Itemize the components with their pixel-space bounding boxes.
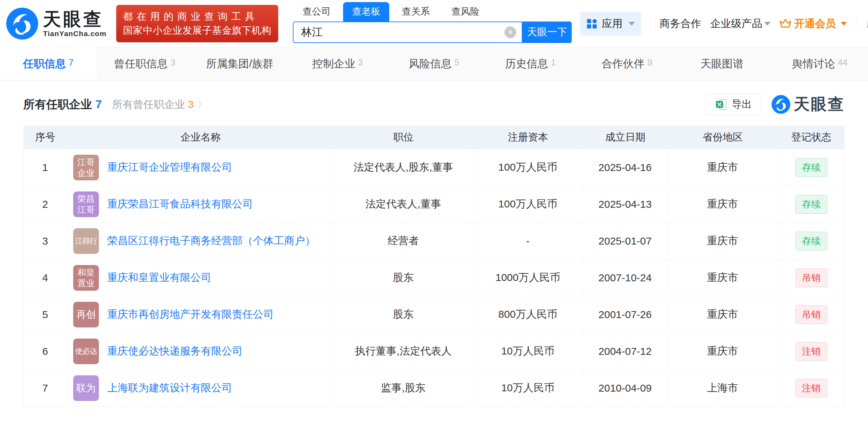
clear-search-icon[interactable]: ✕: [504, 26, 516, 38]
capital-cell: 100万人民币: [473, 186, 583, 222]
profile-tab[interactable]: 历史信息 1: [482, 48, 579, 80]
tianyancha-logo-icon: [6, 8, 38, 40]
table-row: 1 江哥企业 重庆江哥企业管理有限公司 法定代表人,股东,董事 100万人民币 …: [24, 149, 844, 186]
profile-tab-label: 曾任职信息: [114, 57, 168, 71]
profile-tab[interactable]: 曾任职信息 3: [96, 48, 193, 80]
column-header: 成立日期: [583, 126, 667, 149]
capital-cell: 1000万人民币: [473, 259, 583, 296]
company-cell: 使必达 重庆使必达快递服务有限公司: [67, 333, 334, 369]
company-link[interactable]: 重庆和皇置业有限公司: [107, 271, 211, 285]
profile-tab-label: 合作伙伴: [602, 57, 645, 71]
company-link[interactable]: 重庆使必达快递服务有限公司: [107, 344, 242, 358]
status-cell: 注销: [778, 333, 844, 369]
profile-tab[interactable]: 天眼图谱: [675, 48, 772, 80]
notification-bell[interactable]: [865, 16, 868, 31]
export-button[interactable]: 导出: [706, 94, 761, 115]
nav-enterprise-products[interactable]: 企业级产品: [710, 17, 771, 31]
profile-tab-label: 天眼图谱: [700, 57, 743, 71]
date-cell: 2010-04-09: [583, 370, 667, 406]
status-cell: 吊销: [778, 296, 844, 333]
company-link[interactable]: 重庆江哥企业管理有限公司: [107, 160, 232, 174]
province-cell: 重庆市: [667, 149, 778, 186]
former-positions-label: 所有曾任职企业: [112, 97, 185, 112]
capital-cell: 10万人民币: [473, 333, 583, 369]
head-right: 导出 天眼查: [706, 94, 845, 115]
profile-tab[interactable]: 任职信息 7: [0, 48, 96, 80]
status-cell: 注销: [778, 370, 844, 406]
row-index: 1: [24, 149, 67, 186]
watermark-text: 天眼查: [794, 94, 845, 115]
status-cell: 存续: [778, 149, 844, 186]
status-badge: 存续: [795, 195, 827, 214]
logo-text: 天眼查 TianYanCha.com: [43, 9, 107, 38]
date-cell: 2001-07-26: [583, 296, 667, 333]
row-index: 2: [24, 186, 67, 222]
promo-line-2: 国家中小企业发展子基金旗下机构: [123, 24, 272, 37]
former-positions-link[interactable]: 所有曾任职企业 3 〉: [112, 97, 207, 112]
status-cell: 吊销: [778, 259, 844, 296]
search-input[interactable]: [293, 22, 522, 42]
status-badge: 存续: [795, 232, 827, 250]
section-head: 所有任职企业 7 所有曾任职企业 3 〉 导出: [23, 94, 845, 115]
profile-tab[interactable]: 合作伙伴 9: [579, 48, 675, 80]
company-avatar: 再创: [73, 302, 99, 327]
profile-tab[interactable]: 舆情讨论 44: [772, 48, 868, 80]
vip-label: 开通会员: [794, 17, 836, 31]
status-badge: 注销: [795, 342, 827, 361]
table-row: 2 荣昌江哥 重庆荣昌江哥食品科技有限公司 法定代表人,董事 100万人民币 2…: [24, 186, 844, 222]
company-cell: 江哥企业 重庆江哥企业管理有限公司: [67, 149, 334, 186]
profile-tab-label: 历史信息: [505, 57, 548, 71]
profile-tab[interactable]: 风险信息 5: [386, 48, 482, 80]
section-count: 7: [95, 98, 102, 111]
former-positions-count: 3: [188, 99, 194, 110]
column-header: 职位: [334, 126, 473, 149]
row-index: 6: [24, 333, 67, 369]
search-type-tab[interactable]: 查公司: [293, 2, 340, 22]
search-type-tab[interactable]: 查风险: [442, 2, 488, 22]
position-cell: 经营者: [334, 223, 473, 259]
row-index: 7: [24, 370, 67, 406]
company-cell: 联为 上海联为建筑设计有限公司: [67, 370, 334, 406]
divider: [856, 17, 856, 30]
profile-tab-count: 7: [69, 58, 74, 68]
status-badge: 注销: [795, 379, 827, 398]
bell-icon: [865, 16, 868, 31]
date-cell: 2025-04-16: [583, 149, 667, 186]
brand-name: 天眼查: [43, 9, 107, 29]
page: 天眼查 TianYanCha.com 都在用的商业查询工具 国家中小企业发展子基…: [0, 0, 868, 444]
profile-tab[interactable]: 所属集团/族群: [193, 48, 289, 80]
search-button[interactable]: 天眼一下: [522, 22, 572, 43]
row-index: 4: [24, 259, 67, 296]
date-cell: 2007-10-24: [583, 259, 667, 296]
company-link[interactable]: 重庆市再创房地产开发有限责任公司: [107, 307, 274, 322]
position-cell: 执行董事,法定代表人: [334, 333, 473, 369]
apps-menu[interactable]: 应用: [580, 12, 641, 36]
position-cell: 股东: [334, 296, 473, 333]
row-index: 3: [24, 223, 67, 259]
nav-open-vip[interactable]: 开通会员: [780, 17, 847, 31]
profile-tab-count: 1: [551, 58, 556, 68]
search-type-tabs: 查公司查老板查关系查风险: [293, 4, 572, 22]
enterprise-label: 企业级产品: [710, 17, 762, 31]
capital-cell: 10万人民币: [473, 370, 583, 406]
profile-tab-count: 5: [454, 58, 459, 68]
profile-tab-label: 风险信息: [409, 57, 452, 71]
chevron-down-icon: [841, 22, 847, 26]
site-logo[interactable]: 天眼查 TianYanCha.com: [6, 8, 107, 40]
search-type-tab[interactable]: 查老板: [343, 2, 389, 22]
profile-tab-label: 控制企业: [312, 57, 355, 71]
profile-tabbar: 任职信息 7 曾任职信息 3 所属集团/族群 控制企业 3 风险信息 5 历史信…: [0, 47, 868, 80]
company-link[interactable]: 上海联为建筑设计有限公司: [107, 381, 232, 395]
company-link[interactable]: 重庆荣昌江哥食品科技有限公司: [107, 197, 253, 211]
profile-tab-count: 44: [838, 58, 848, 68]
nav-business-coop[interactable]: 商务合作: [659, 17, 701, 31]
export-label: 导出: [732, 97, 752, 111]
profile-tab[interactable]: 控制企业 3: [289, 48, 386, 80]
column-header: 登记状态: [778, 126, 844, 149]
capital-cell: 100万人民币: [473, 149, 583, 186]
search-area: 查公司查老板查关系查风险 ✕ 天眼一下: [293, 4, 572, 43]
search-type-tab[interactable]: 查关系: [393, 2, 439, 22]
position-cell: 法定代表人,股东,董事: [334, 149, 473, 186]
date-cell: 2004-07-12: [583, 333, 667, 369]
company-link[interactable]: 荣昌区江得行电子商务经营部（个体工商户）: [107, 234, 315, 248]
